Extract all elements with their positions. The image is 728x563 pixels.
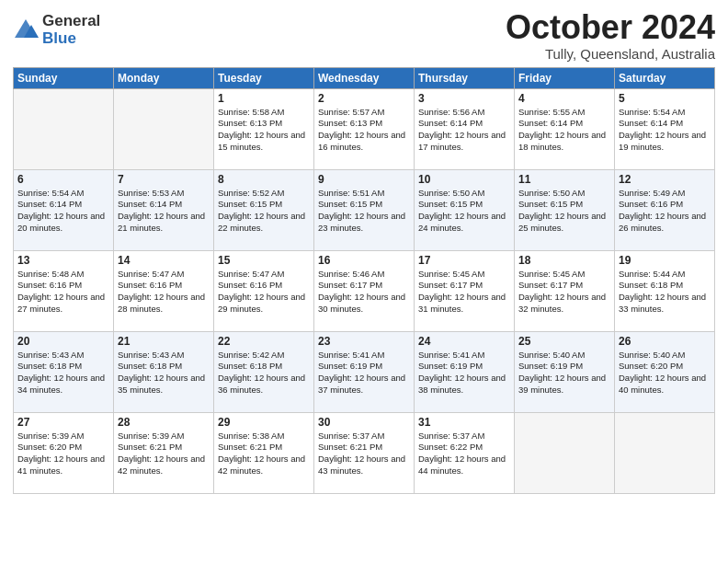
day-number: 14 (118, 254, 210, 267)
calendar-cell: 20Sunrise: 5:43 AM Sunset: 6:18 PM Dayli… (14, 331, 114, 412)
day-info: Sunrise: 5:54 AM Sunset: 6:14 PM Dayligh… (17, 188, 109, 235)
calendar-week-row: 13Sunrise: 5:48 AM Sunset: 6:16 PM Dayli… (14, 250, 715, 331)
calendar-cell: 8Sunrise: 5:52 AM Sunset: 6:15 PM Daylig… (214, 169, 314, 250)
month-title: October 2024 (506, 9, 715, 46)
day-number: 27 (17, 416, 109, 429)
calendar-week-row: 1Sunrise: 5:58 AM Sunset: 6:13 PM Daylig… (14, 88, 715, 169)
day-number: 4 (518, 92, 610, 105)
calendar-cell: 24Sunrise: 5:41 AM Sunset: 6:19 PM Dayli… (415, 331, 515, 412)
day-info: Sunrise: 5:51 AM Sunset: 6:15 PM Dayligh… (318, 188, 410, 235)
day-number: 2 (318, 92, 410, 105)
day-info: Sunrise: 5:58 AM Sunset: 6:13 PM Dayligh… (218, 107, 310, 154)
day-info: Sunrise: 5:47 AM Sunset: 6:16 PM Dayligh… (218, 269, 310, 316)
day-info: Sunrise: 5:50 AM Sunset: 6:15 PM Dayligh… (418, 188, 510, 235)
day-number: 8 (218, 173, 310, 186)
calendar-cell (515, 412, 615, 493)
day-number: 1 (218, 92, 310, 105)
day-number: 11 (518, 173, 610, 186)
header: General Blue October 2024 Tully, Queensl… (13, 9, 715, 62)
calendar-cell: 31Sunrise: 5:37 AM Sunset: 6:22 PM Dayli… (415, 412, 515, 493)
calendar-cell: 26Sunrise: 5:40 AM Sunset: 6:20 PM Dayli… (615, 331, 715, 412)
calendar-cell (615, 412, 715, 493)
day-info: Sunrise: 5:40 AM Sunset: 6:19 PM Dayligh… (518, 350, 610, 396)
day-info: Sunrise: 5:37 AM Sunset: 6:21 PM Dayligh… (318, 431, 410, 477)
logo-blue: Blue (42, 30, 100, 48)
calendar-cell: 25Sunrise: 5:40 AM Sunset: 6:19 PM Dayli… (515, 331, 615, 412)
day-number: 24 (418, 335, 510, 348)
day-info: Sunrise: 5:41 AM Sunset: 6:19 PM Dayligh… (318, 350, 410, 396)
day-number: 18 (518, 254, 610, 267)
day-number: 5 (619, 92, 711, 105)
day-number: 13 (17, 254, 109, 267)
day-number: 23 (318, 335, 410, 348)
calendar-cell: 15Sunrise: 5:47 AM Sunset: 6:16 PM Dayli… (214, 250, 314, 331)
logo-text: General Blue (42, 13, 100, 47)
day-info: Sunrise: 5:42 AM Sunset: 6:18 PM Dayligh… (218, 350, 310, 396)
logo: General Blue (13, 13, 100, 47)
calendar-week-row: 27Sunrise: 5:39 AM Sunset: 6:20 PM Dayli… (14, 412, 715, 493)
day-info: Sunrise: 5:45 AM Sunset: 6:17 PM Dayligh… (518, 269, 610, 316)
day-info: Sunrise: 5:44 AM Sunset: 6:18 PM Dayligh… (619, 269, 711, 316)
day-number: 29 (218, 416, 310, 429)
calendar-cell: 13Sunrise: 5:48 AM Sunset: 6:16 PM Dayli… (14, 250, 114, 331)
day-number: 25 (518, 335, 610, 348)
day-info: Sunrise: 5:48 AM Sunset: 6:16 PM Dayligh… (17, 269, 109, 316)
day-number: 28 (118, 416, 210, 429)
day-number: 22 (218, 335, 310, 348)
day-number: 9 (318, 173, 410, 186)
day-info: Sunrise: 5:40 AM Sunset: 6:20 PM Dayligh… (619, 350, 711, 396)
day-info: Sunrise: 5:37 AM Sunset: 6:22 PM Dayligh… (418, 431, 510, 477)
day-number: 31 (418, 416, 510, 429)
day-info: Sunrise: 5:39 AM Sunset: 6:20 PM Dayligh… (17, 431, 109, 477)
day-number: 12 (619, 173, 711, 186)
calendar-cell: 14Sunrise: 5:47 AM Sunset: 6:16 PM Dayli… (114, 250, 214, 331)
calendar-cell: 27Sunrise: 5:39 AM Sunset: 6:20 PM Dayli… (14, 412, 114, 493)
calendar-cell: 21Sunrise: 5:43 AM Sunset: 6:18 PM Dayli… (114, 331, 214, 412)
calendar-cell: 22Sunrise: 5:42 AM Sunset: 6:18 PM Dayli… (214, 331, 314, 412)
day-info: Sunrise: 5:41 AM Sunset: 6:19 PM Dayligh… (418, 350, 510, 396)
calendar-cell: 3Sunrise: 5:56 AM Sunset: 6:14 PM Daylig… (415, 88, 515, 169)
title-area: October 2024 Tully, Queensland, Australi… (506, 9, 715, 62)
day-info: Sunrise: 5:39 AM Sunset: 6:21 PM Dayligh… (118, 431, 210, 477)
calendar-cell: 7Sunrise: 5:53 AM Sunset: 6:14 PM Daylig… (114, 169, 214, 250)
day-info: Sunrise: 5:52 AM Sunset: 6:15 PM Dayligh… (218, 188, 310, 235)
day-number: 17 (418, 254, 510, 267)
day-info: Sunrise: 5:55 AM Sunset: 6:14 PM Dayligh… (518, 107, 610, 154)
day-number: 30 (318, 416, 410, 429)
page: General Blue October 2024 Tully, Queensl… (0, 0, 728, 563)
col-header-tuesday: Tuesday (214, 67, 314, 88)
day-number: 20 (17, 335, 109, 348)
col-header-wednesday: Wednesday (314, 67, 415, 88)
calendar-cell: 17Sunrise: 5:45 AM Sunset: 6:17 PM Dayli… (415, 250, 515, 331)
calendar-week-row: 20Sunrise: 5:43 AM Sunset: 6:18 PM Dayli… (14, 331, 715, 412)
day-info: Sunrise: 5:49 AM Sunset: 6:16 PM Dayligh… (619, 188, 711, 235)
location: Tully, Queensland, Australia (506, 46, 715, 62)
calendar-table: SundayMondayTuesdayWednesdayThursdayFrid… (13, 67, 715, 494)
col-header-friday: Friday (515, 67, 615, 88)
day-number: 19 (619, 254, 711, 267)
day-info: Sunrise: 5:50 AM Sunset: 6:15 PM Dayligh… (518, 188, 610, 235)
day-number: 7 (118, 173, 210, 186)
logo-icon (13, 17, 39, 43)
day-info: Sunrise: 5:45 AM Sunset: 6:17 PM Dayligh… (418, 269, 510, 316)
logo-general: General (42, 13, 100, 30)
calendar-cell: 4Sunrise: 5:55 AM Sunset: 6:14 PM Daylig… (515, 88, 615, 169)
day-number: 16 (318, 254, 410, 267)
calendar-cell: 23Sunrise: 5:41 AM Sunset: 6:19 PM Dayli… (314, 331, 415, 412)
calendar-cell: 12Sunrise: 5:49 AM Sunset: 6:16 PM Dayli… (615, 169, 715, 250)
day-info: Sunrise: 5:54 AM Sunset: 6:14 PM Dayligh… (619, 107, 711, 154)
day-info: Sunrise: 5:43 AM Sunset: 6:18 PM Dayligh… (118, 350, 210, 396)
calendar-cell: 5Sunrise: 5:54 AM Sunset: 6:14 PM Daylig… (615, 88, 715, 169)
col-header-saturday: Saturday (615, 67, 715, 88)
calendar-cell (114, 88, 214, 169)
calendar-cell: 30Sunrise: 5:37 AM Sunset: 6:21 PM Dayli… (314, 412, 415, 493)
calendar-cell: 11Sunrise: 5:50 AM Sunset: 6:15 PM Dayli… (515, 169, 615, 250)
day-number: 15 (218, 254, 310, 267)
day-info: Sunrise: 5:56 AM Sunset: 6:14 PM Dayligh… (418, 107, 510, 154)
col-header-monday: Monday (114, 67, 214, 88)
calendar-cell: 1Sunrise: 5:58 AM Sunset: 6:13 PM Daylig… (214, 88, 314, 169)
calendar-cell: 19Sunrise: 5:44 AM Sunset: 6:18 PM Dayli… (615, 250, 715, 331)
calendar-cell: 29Sunrise: 5:38 AM Sunset: 6:21 PM Dayli… (214, 412, 314, 493)
day-info: Sunrise: 5:46 AM Sunset: 6:17 PM Dayligh… (318, 269, 410, 316)
calendar-header-row: SundayMondayTuesdayWednesdayThursdayFrid… (14, 67, 715, 88)
